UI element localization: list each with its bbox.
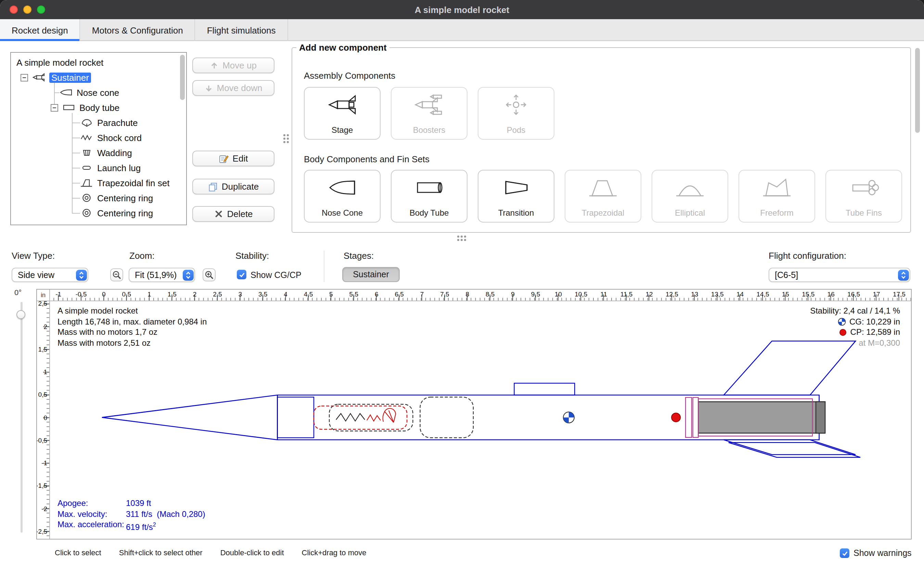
launch-lug-icon [80,163,93,173]
tab-motors-configuration[interactable]: Motors & Configuration [80,19,196,41]
transition-icon [500,174,533,201]
show-cgcp-checkbox[interactable] [237,270,246,279]
rocket-name: A simple model rocket [57,306,207,316]
move-down-label: Move down [217,83,262,93]
magnifier-minus-icon [112,270,121,279]
tree-item-body-tube[interactable]: Body tube [11,100,186,115]
nose-cone-icon [326,174,359,201]
edit-icon [219,154,229,163]
stage-icon [326,92,359,118]
ruler-label: 0 [43,414,47,421]
zoom-icon[interactable] [37,6,45,14]
pods-icon [500,92,533,118]
add-stage-card[interactable]: Stage [304,87,380,140]
card-label: Elliptical [652,208,728,218]
minimize-icon[interactable] [23,6,31,14]
close-icon[interactable] [9,6,18,14]
stage-sustainer-toggle[interactable]: Sustainer [342,267,400,282]
flight-configuration-value: [C6-5] [775,270,798,280]
rocket-mass-empty: Mass with no motors 1,7 oz [57,327,207,338]
ruler-label: 7 [420,290,424,298]
arrow-down-icon [205,84,213,92]
tree-item-launch-lug[interactable]: Launch lug [11,160,186,175]
card-label: Body Tube [391,208,467,218]
ruler-label: 0 [102,290,106,298]
vertical-splitter-handle[interactable] [283,134,289,143]
ruler-label: 6,5 [394,290,403,298]
tree-item-label: Nose cone [77,87,119,97]
arrow-up-icon [210,61,218,69]
tree-item-centering-ring[interactable]: Centering ring [11,205,186,221]
collapse-expander-icon[interactable] [20,74,28,81]
wadding-outline [420,397,473,438]
view-type-label: View Type: [12,251,55,261]
view-type-select[interactable]: Side view [12,268,88,282]
body-tube-icon [62,103,75,112]
ruler-label: -2,5 [36,528,47,535]
add-body-tube-card[interactable]: Body Tube [391,170,468,222]
component-tree-panel: A simple model rocket Sustainer Nose con… [10,52,187,225]
zoom-select[interactable]: Fit (51,9%) [129,268,195,282]
rocket-dimensions: Length 16,748 in, max. diameter 0,984 in [57,316,207,327]
add-trapezoidal-card: Trapezoidal [565,170,641,222]
acceleration-value: 619 ft/s [126,522,153,532]
assembly-components-label: Assembly Components [304,71,395,81]
card-label: Transition [479,208,554,218]
card-label: Stage [305,125,380,135]
tree-item-sustainer[interactable]: Sustainer [11,70,186,85]
tree-item-centering-ring[interactable]: Centering ring [11,190,186,205]
add-pods-card: Pods [478,87,554,140]
horizontal-splitter-handle[interactable] [457,236,466,241]
titlebar: A simple model rocket [0,0,924,19]
delete-button[interactable]: Delete [192,206,274,222]
ruler-label: 4,5 [304,290,313,298]
inner-tube-icon [80,223,93,225]
ruler-label: 14,5 [757,290,769,298]
shock-cord-icon [80,133,93,142]
tab-rocket-design[interactable]: Rocket design [0,19,80,41]
tree-item-inner-tube[interactable]: Inner Tube [11,221,186,225]
add-tube-fins-card: Tube Fins [825,170,902,222]
ruler-label: 0,5 [38,391,47,398]
zoom-in-button[interactable] [203,269,216,281]
tree-item-wadding[interactable]: Wadding [11,145,186,160]
ruler-label: 4 [284,290,288,298]
ruler-label: -1,5 [36,482,47,489]
ruler-label: 12,5 [665,290,678,298]
add-nose-cone-card[interactable]: Nose Cone [304,170,380,222]
tree-item-label: Sustainer [49,72,91,82]
edit-button[interactable]: Edit [192,151,274,167]
add-component-title: Add new component [296,42,390,53]
tree-item-nose-cone[interactable]: Nose cone [11,85,186,100]
flight-configuration-select[interactable]: [C6-5] [768,268,910,282]
ruler-label: 3,5 [259,290,267,298]
flight-configuration-label: Flight configuration: [768,251,846,261]
motor [698,402,825,434]
rocket-mass-motors: Mass with motors 2,51 oz [57,338,207,349]
tab-flight-simulations[interactable]: Flight simulations [196,19,288,41]
motor-nozzle [816,402,825,434]
rotation-slider-track[interactable] [20,302,22,532]
trapezoidal-fin-icon [587,174,619,201]
rotation-angle-label: 0° [14,288,22,296]
elliptical-fin-icon [673,174,706,201]
add-transition-card[interactable]: Transition [478,170,554,222]
tree-item-trapezoidal-fin-set[interactable]: Trapezoidal fin set [11,175,186,190]
add-component-panel: Add new component Assembly Components St… [291,42,911,233]
collapse-expander-icon[interactable] [51,104,58,111]
ruler-label: 1,5 [38,346,47,353]
duplicate-button[interactable]: Duplicate [192,179,274,194]
tree-item-parachute[interactable]: Parachute [11,115,186,130]
tree-item-shock-cord[interactable]: Shock cord [11,130,186,145]
add-freeform-card: Freeform [739,170,815,222]
rotation-slider-thumb[interactable] [17,310,25,319]
zoom-out-button[interactable] [110,269,123,281]
tree-item-rocket[interactable]: A simple model rocket [11,55,186,70]
centering-ring [693,397,699,437]
ruler-label: 11,5 [621,290,633,298]
panel-scrollbar-thumb[interactable] [915,48,920,133]
show-warnings-checkbox[interactable] [840,548,849,558]
ruler-label: 16,5 [847,290,860,298]
rocket-canvas[interactable]: 2,521,510,50-0,5-1-1,5-2-2,5 -1-0,500,51… [36,289,912,540]
tree-scrollbar-thumb[interactable] [180,55,185,100]
